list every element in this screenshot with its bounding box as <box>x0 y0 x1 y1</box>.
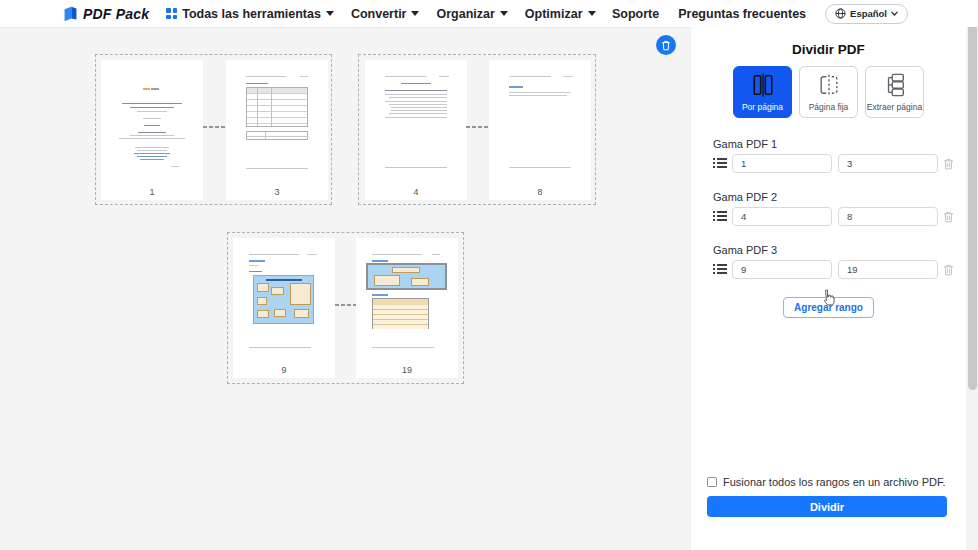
range-row <box>713 260 966 279</box>
delete-range-icon[interactable] <box>943 264 954 276</box>
range-block-1: Gama PDF 1 <box>713 138 966 173</box>
range-to-input[interactable] <box>838 154 938 173</box>
fixed-page-icon <box>817 72 841 98</box>
range-to-input[interactable] <box>838 260 938 279</box>
list-icon <box>713 211 727 223</box>
chevron-down-icon <box>891 11 898 16</box>
merge-ranges-option[interactable]: Fusionar todos los rangos en un archivo … <box>707 476 946 488</box>
range-group-2[interactable]: 4 8 <box>358 54 596 205</box>
range-from-input[interactable] <box>732 207 832 226</box>
range-connector <box>203 126 225 128</box>
mode-label: Por página <box>742 102 783 112</box>
trash-icon <box>661 40 671 51</box>
top-nav: PDF Pack Todas las herramientas Converti… <box>0 0 978 27</box>
range-list: Gama PDF 1 Gama PDF 2 <box>691 138 966 279</box>
nav-optimizar-label: Optimizar <box>525 7 583 21</box>
range-connector <box>335 304 357 306</box>
range-label: Gama PDF 2 <box>713 191 966 203</box>
page-thumbnail-9[interactable]: 9 <box>233 238 335 378</box>
sidebar-title: Dividir PDF <box>691 42 966 57</box>
grid-icon <box>166 8 177 19</box>
nav-convertir[interactable]: Convertir <box>351 7 420 21</box>
nav-optimizar[interactable]: Optimizar <box>525 7 596 21</box>
nav-preguntas-frecuentes[interactable]: Preguntas frecuentes <box>678 7 806 21</box>
page-number: 3 <box>226 187 328 197</box>
range-from-input[interactable] <box>732 260 832 279</box>
list-icon <box>713 264 727 276</box>
globe-icon <box>835 8 846 19</box>
page-number: 8 <box>489 187 591 197</box>
page-thumbnail-19[interactable]: 19 <box>356 238 458 378</box>
extract-page-icon <box>883 72 907 98</box>
range-to-input[interactable] <box>838 207 938 226</box>
chevron-down-icon <box>588 11 596 20</box>
page-thumbnail-3[interactable]: 3 <box>226 60 328 200</box>
language-selector[interactable]: Español <box>825 4 908 24</box>
scrollbar-thumb[interactable] <box>968 11 977 390</box>
page-number: 19 <box>356 365 458 375</box>
mode-por-pagina[interactable]: Por página <box>733 66 792 118</box>
page-thumbnail-8[interactable]: 8 <box>489 60 591 200</box>
mode-pagina-fija[interactable]: Página fija <box>799 66 858 118</box>
range-label: Gama PDF 3 <box>713 244 966 256</box>
split-button[interactable]: Dividir <box>707 496 947 517</box>
delete-range-icon[interactable] <box>943 158 954 170</box>
range-from-input[interactable] <box>732 154 832 173</box>
logo[interactable]: PDF Pack <box>62 5 149 22</box>
chevron-down-icon <box>500 11 508 20</box>
delete-range-icon[interactable] <box>943 211 954 223</box>
chevron-down-icon <box>326 11 334 20</box>
range-label: Gama PDF 1 <box>713 138 966 150</box>
range-group-1[interactable]: 1 3 <box>95 54 332 205</box>
nav-organizar-label: Organizar <box>436 7 494 21</box>
split-sidebar: Dividir PDF Por página Página fija <box>690 27 966 550</box>
nav-organizar[interactable]: Organizar <box>436 7 507 21</box>
delete-all-button[interactable] <box>656 35 676 55</box>
mode-label: Página fija <box>809 102 849 112</box>
document-canvas: 1 3 <box>0 27 690 550</box>
hand-cursor-icon <box>821 289 836 310</box>
page-number: 1 <box>101 187 203 197</box>
range-row <box>713 207 966 226</box>
range-block-2: Gama PDF 2 <box>713 191 966 226</box>
page-number: 9 <box>233 365 335 375</box>
page-scrollbar[interactable] <box>966 0 978 550</box>
list-icon <box>713 158 727 170</box>
page-thumbnail-4[interactable]: 4 <box>365 60 467 200</box>
mode-extraer-pagina[interactable]: Extraer página <box>865 66 924 118</box>
language-label: Español <box>850 8 887 19</box>
mode-label: Extraer página <box>867 102 922 112</box>
chevron-down-icon <box>411 11 419 20</box>
split-mode-options: Por página Página fija Extr <box>691 66 966 118</box>
nav-soporte[interactable]: Soporte <box>612 7 659 21</box>
range-group-3[interactable]: 9 19 <box>227 232 464 384</box>
merge-checkbox[interactable] <box>707 477 717 487</box>
split-by-page-icon <box>751 72 775 98</box>
nav-all-tools-label: Todas las herramientas <box>182 7 321 21</box>
nav-convertir-label: Convertir <box>351 7 407 21</box>
logo-text: PDF Pack <box>83 6 149 22</box>
range-connector <box>466 126 488 128</box>
page-number: 4 <box>365 187 467 197</box>
pdf-pack-logo-icon <box>62 5 79 22</box>
range-row <box>713 154 966 173</box>
range-block-3: Gama PDF 3 <box>713 244 966 279</box>
page-thumbnail-1[interactable]: 1 <box>101 60 203 200</box>
merge-checkbox-label: Fusionar todos los rangos en un archivo … <box>723 476 946 488</box>
nav-all-tools[interactable]: Todas las herramientas <box>166 7 334 21</box>
